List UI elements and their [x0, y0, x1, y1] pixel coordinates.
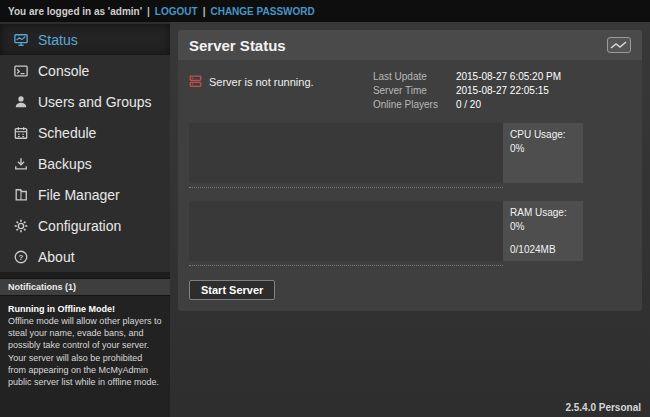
stat-value: 2015-08-27 6:05:20 PM — [456, 71, 561, 82]
configuration-icon — [13, 218, 28, 233]
server-message-row: Server is not running. — [189, 75, 373, 88]
separator: | — [203, 6, 206, 17]
stat-value: 2015-08-27 22:05:15 — [456, 85, 561, 96]
cpu-chart-axis — [189, 187, 503, 188]
sidebar-item-label: About — [38, 249, 75, 265]
stat-value: 0 / 20 — [456, 99, 561, 110]
file-manager-icon — [13, 187, 28, 202]
sidebar-nav: StatusConsoleUsers and GroupsScheduleBac… — [0, 22, 170, 272]
sidebar-item-backups[interactable]: Backups — [0, 148, 170, 179]
change-password-link[interactable]: CHANGE PASSWORD — [210, 6, 314, 17]
sidebar-item-schedule[interactable]: Schedule — [0, 117, 170, 148]
cpu-usage-row: CPU Usage: 0% — [189, 123, 583, 188]
notification-body: Offline mode will allow other players to… — [8, 315, 162, 388]
server-status-panel: Server Status — [178, 30, 642, 311]
stat-label: Server Time — [373, 85, 438, 96]
sidebar-item-label: Users and Groups — [38, 94, 152, 110]
main-area: Server Status — [170, 22, 650, 417]
status-row: Server is not running. Last Update2015-0… — [189, 71, 631, 110]
cpu-usage-value: 0% — [510, 143, 576, 154]
topbar: You are logged in as 'admin' | LOGOUT | … — [0, 0, 650, 22]
page-title: Server Status — [189, 37, 286, 54]
server-error-icon — [189, 75, 202, 88]
users-icon — [13, 94, 28, 109]
stat-label: Online Players — [373, 99, 438, 110]
sidebar-item-status[interactable]: Status — [0, 24, 170, 55]
sidebar-item-file-manager[interactable]: File Manager — [0, 179, 170, 210]
cpu-chart-column — [189, 123, 503, 188]
cpu-usage-chart — [189, 123, 503, 183]
ram-usage-label: RAM Usage: 0% 0/1024MB — [503, 201, 583, 261]
separator: | — [147, 6, 150, 17]
notification-title: Running in Offline Mode! — [8, 303, 162, 315]
backups-icon — [13, 156, 28, 171]
ram-usage-detail: 0/1024MB — [510, 244, 576, 255]
stat-label: Last Update — [373, 71, 438, 82]
ram-chart-axis — [189, 265, 503, 266]
version-label: 2.5.4.0 Personal — [565, 402, 641, 413]
notifications-panel: Running in Offline Mode! Offline mode wi… — [0, 296, 170, 417]
sidebar: StatusConsoleUsers and GroupsScheduleBac… — [0, 22, 170, 417]
sidebar-item-users-and-groups[interactable]: Users and Groups — [0, 86, 170, 117]
start-server-button[interactable]: Start Server — [189, 280, 275, 300]
sidebar-item-label: File Manager — [38, 187, 120, 203]
status-icon — [13, 32, 28, 47]
chart-view-icon[interactable] — [607, 37, 631, 53]
layout: StatusConsoleUsers and GroupsScheduleBac… — [0, 22, 650, 417]
spacer — [510, 235, 576, 241]
sidebar-item-label: Configuration — [38, 218, 121, 234]
ram-usage-title: RAM Usage: — [510, 207, 576, 218]
sidebar-item-about[interactable]: ?About — [0, 241, 170, 272]
ram-chart-column — [189, 201, 503, 266]
sidebar-item-label: Status — [38, 32, 78, 48]
console-icon — [13, 63, 28, 78]
sidebar-item-label: Backups — [38, 156, 92, 172]
sidebar-item-configuration[interactable]: Configuration — [0, 210, 170, 241]
sidebar-item-console[interactable]: Console — [0, 55, 170, 86]
schedule-icon — [13, 125, 28, 140]
sidebar-item-label: Console — [38, 63, 89, 79]
cpu-usage-title: CPU Usage: — [510, 129, 576, 140]
panel-header: Server Status — [178, 30, 642, 60]
svg-text:?: ? — [18, 252, 23, 261]
ram-usage-chart — [189, 201, 503, 261]
sidebar-item-label: Schedule — [38, 125, 96, 141]
ram-usage-row: RAM Usage: 0% 0/1024MB — [189, 201, 583, 266]
server-status-message: Server is not running. — [209, 76, 314, 88]
ram-usage-value: 0% — [510, 221, 576, 232]
logout-link[interactable]: LOGOUT — [155, 6, 198, 17]
about-icon: ? — [13, 249, 28, 264]
logged-in-text: You are logged in as 'admin' — [8, 6, 142, 17]
panel-body: Server is not running. Last Update2015-0… — [178, 60, 642, 311]
cpu-usage-label: CPU Usage: 0% — [503, 123, 583, 183]
server-stats: Last Update2015-08-27 6:05:20 PMServer T… — [373, 71, 561, 110]
notifications-header: Notifications (1) — [0, 278, 170, 296]
